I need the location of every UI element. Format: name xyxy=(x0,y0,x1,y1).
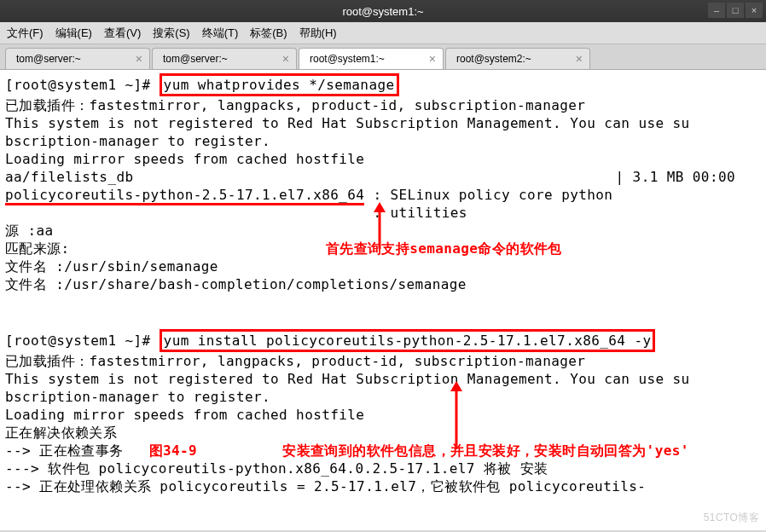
terminal-line: Loading mirror speeds from cached hostfi… xyxy=(5,406,761,424)
watermark-text: 51CTO博客 xyxy=(704,509,759,527)
output-text: --> 正在检查事务 xyxy=(5,442,124,459)
output-text: : SELinux policy core python xyxy=(364,187,612,203)
menu-file[interactable]: 文件(F) xyxy=(7,26,44,41)
tab-label: tom@server:~ xyxy=(16,53,81,65)
output-text: | 3.1 MB 00:00 xyxy=(616,168,761,186)
terminal-line: bscription-manager to register. xyxy=(5,132,761,150)
terminal-line: : utilities xyxy=(5,204,761,222)
menubar: 文件(F) 编辑(E) 查看(V) 搜索(S) 终端(T) 标签(B) 帮助(H… xyxy=(0,22,766,44)
output-text: aa/filelists_db xyxy=(5,168,134,186)
window-controls: – □ × xyxy=(708,3,763,18)
annotation-note-1: 首先查询支持semanage命令的软件包 xyxy=(326,240,562,257)
menu-view[interactable]: 查看(V) xyxy=(104,26,141,41)
terminal-line: --> 正在处理依赖关系 policycoreutils = 2.5-17.1.… xyxy=(5,477,761,495)
terminal-line: ---> 软件包 policycoreutils-python.x86_64.0… xyxy=(5,460,761,477)
menu-edit[interactable]: 编辑(E) xyxy=(55,26,92,41)
terminal-line: 已加载插件：fastestmirror, langpacks, product-… xyxy=(5,352,761,370)
terminal-line: policycoreutils-python-2.5-17.1.el7.x86_… xyxy=(5,186,761,204)
tab-label: root@system2:~ xyxy=(456,53,531,65)
terminal-line: [root@system1 ~]# yum install policycore… xyxy=(5,329,761,352)
window-title: root@system1:~ xyxy=(342,5,423,18)
prompt: [root@system1 ~]# xyxy=(5,332,151,349)
terminal-line: bscription-manager to register. xyxy=(5,388,761,406)
tab-label: tom@server:~ xyxy=(163,53,228,65)
menu-search[interactable]: 搜索(S) xyxy=(153,26,189,41)
figure-label: 图34-9 xyxy=(149,442,198,459)
menu-help[interactable]: 帮助(H) xyxy=(299,26,337,41)
close-icon[interactable]: × xyxy=(429,52,436,66)
terminal-pane[interactable]: [root@system1 ~]# yum whatprovides */sem… xyxy=(0,70,766,530)
terminal-line: 匹配来源: 首先查询支持semanage命令的软件包 xyxy=(5,240,761,257)
terminal-line: This system is not registered to Red Hat… xyxy=(5,370,761,388)
minimize-button[interactable]: – xyxy=(708,3,725,18)
output-text: 匹配来源: xyxy=(5,240,70,257)
terminal-line: Loading mirror speeds from cached hostfi… xyxy=(5,150,761,168)
window-titlebar: root@system1:~ – □ × xyxy=(0,0,766,22)
terminal-line: 文件名 :/usr/sbin/semanage xyxy=(5,257,761,275)
close-icon[interactable]: × xyxy=(576,52,583,66)
terminal-line: [root@system1 ~]# yum whatprovides */sem… xyxy=(5,73,761,96)
terminal-line: 正在解决依赖关系 xyxy=(5,424,761,442)
tab-bar: tom@server:~ × tom@server:~ × root@syste… xyxy=(0,44,766,70)
close-button[interactable]: × xyxy=(746,3,763,18)
tab-1[interactable]: tom@server:~ × xyxy=(5,48,150,69)
tab-label: root@system1:~ xyxy=(310,53,385,65)
annotation-note-2: 安装查询到的软件包信息，并且安装好，安装时自动回答为'yes' xyxy=(282,442,689,459)
blank-space xyxy=(5,293,761,329)
highlighted-command-2: yum install policycoreutils-python-2.5-1… xyxy=(160,329,656,352)
terminal-line: 已加载插件：fastestmirror, langpacks, product-… xyxy=(5,96,761,114)
tab-3-active[interactable]: root@system1:~ × xyxy=(299,48,444,69)
menu-terminal[interactable]: 终端(T) xyxy=(202,26,239,41)
close-icon[interactable]: × xyxy=(136,52,142,66)
package-name-underlined: policycoreutils-python-2.5-17.1.el7.x86_… xyxy=(5,187,364,205)
terminal-line: aa/filelists_db | 3.1 MB 00:00 xyxy=(5,168,761,186)
prompt: [root@system1 ~]# xyxy=(5,77,151,93)
close-icon[interactable]: × xyxy=(282,52,289,66)
maximize-button[interactable]: □ xyxy=(727,3,744,18)
terminal-line: --> 正在检查事务 图34-9 安装查询到的软件包信息，并且安装好，安装时自动… xyxy=(5,442,761,460)
menu-tabs[interactable]: 标签(B) xyxy=(250,26,287,41)
tab-4[interactable]: root@system2:~ × xyxy=(445,48,590,69)
terminal-line: 源 :aa xyxy=(5,222,761,240)
tab-2[interactable]: tom@server:~ × xyxy=(152,48,297,69)
highlighted-command-1: yum whatprovides */semanage xyxy=(160,73,399,96)
terminal-line: This system is not registered to Red Hat… xyxy=(5,114,761,132)
terminal-line: 文件名 :/usr/share/bash-completion/completi… xyxy=(5,275,761,293)
